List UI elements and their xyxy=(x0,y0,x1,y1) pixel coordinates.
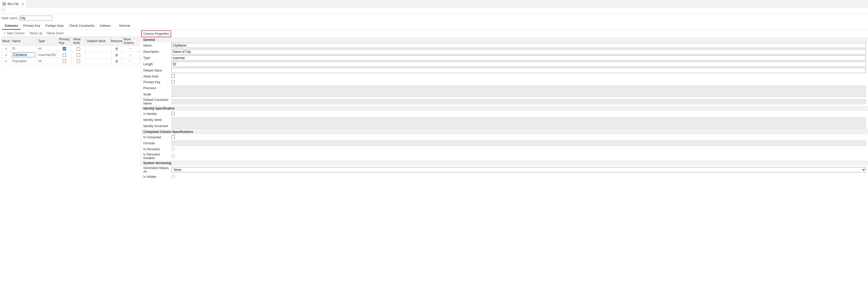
drag-handle-icon[interactable]: ≡ xyxy=(5,47,7,51)
cell-name[interactable]: ID xyxy=(12,47,16,51)
svg-rect-0 xyxy=(3,2,6,5)
table-name-row: Table name xyxy=(0,14,868,22)
cell-default[interactable] xyxy=(86,58,112,64)
lbl-is-identity: Is Identity xyxy=(143,112,172,116)
chevron-up-icon: ˄ xyxy=(28,31,29,35)
table-row[interactable]: ≡ Population int 🗑 ⋯ xyxy=(2,58,139,64)
col-primary-key: Primary Key xyxy=(58,37,71,45)
table-icon xyxy=(3,2,6,5)
prop-generated-always-as-select[interactable]: None xyxy=(172,167,866,172)
column-properties-panel: Column Properties General Name Descripti… xyxy=(141,30,868,180)
tab-foreign-keys[interactable]: Foreign Keys xyxy=(43,22,67,30)
close-icon[interactable]: × xyxy=(22,2,24,6)
table-row[interactable]: ≡ ID int 🗑 ⋯ xyxy=(2,46,139,52)
section-identity: Identity Specification xyxy=(141,106,868,111)
plus-icon: ＋ xyxy=(3,31,6,35)
prop-formula-input xyxy=(172,141,866,146)
prop-type-input[interactable] xyxy=(172,55,866,61)
lbl-name: Name xyxy=(143,44,172,47)
lbl-length: Length xyxy=(143,62,172,66)
lbl-precision: Precision xyxy=(143,86,172,90)
prop-scale-input xyxy=(172,92,866,97)
chevron-down-icon: ˅ xyxy=(45,31,46,35)
lbl-formula: Formula xyxy=(143,141,172,145)
lbl-generated-always-as: Generated Always As xyxy=(143,166,172,173)
cell-type[interactable]: nvarchar(50) xyxy=(38,53,56,57)
prop-default-value-input[interactable] xyxy=(172,68,866,73)
lbl-allow-nulls: Allow Nulls xyxy=(143,75,172,78)
svg-rect-5 xyxy=(2,9,5,12)
nulls-checkbox[interactable] xyxy=(77,53,80,57)
lbl-identity-seed: Identity Seed xyxy=(143,118,172,122)
prop-default-constraint-input xyxy=(172,99,866,104)
move-down-button[interactable]: ˅ Move Down xyxy=(45,31,64,35)
nulls-checkbox[interactable] xyxy=(77,47,80,51)
prop-is-hidden-checkbox xyxy=(172,175,175,178)
nulls-checkbox[interactable] xyxy=(77,60,80,63)
prop-primary-key-checkbox[interactable] xyxy=(172,80,175,84)
pk-checkbox[interactable] xyxy=(63,47,66,51)
drag-handle-icon[interactable]: ≡ xyxy=(5,60,7,63)
more-icon[interactable]: ⋯ xyxy=(129,53,132,57)
pk-checkbox[interactable] xyxy=(63,53,66,57)
lbl-is-computed: Is Computed xyxy=(143,135,172,139)
prop-description-input[interactable] xyxy=(172,49,866,54)
drag-handle-icon[interactable]: ≡ xyxy=(5,53,7,57)
col-allow-nulls: Allow Nulls xyxy=(71,37,86,45)
section-general: General xyxy=(141,37,868,42)
prop-is-identity-checkbox[interactable] xyxy=(172,112,175,115)
cell-type[interactable]: int xyxy=(38,47,42,51)
table-name-label: Table name xyxy=(1,16,17,20)
more-icon[interactable]: ⋯ xyxy=(129,59,132,63)
grid-header: Move Name Type Primary Key Allow Nulls D… xyxy=(2,37,139,46)
prop-is-computed-checkbox[interactable] xyxy=(172,135,175,139)
prop-allow-nulls-checkbox[interactable] xyxy=(172,74,175,78)
lbl-default-constraint-name: Default Constraint Name xyxy=(143,98,172,105)
cell-default[interactable] xyxy=(86,46,112,52)
lbl-default-value: Default Value xyxy=(143,69,172,72)
lbl-type: Type xyxy=(143,56,172,60)
prop-is-persisted-checkbox xyxy=(172,147,175,151)
new-column-button[interactable]: ＋ New Column xyxy=(3,31,25,35)
columns-grid: Move Name Type Primary Key Allow Nulls D… xyxy=(2,36,140,64)
prop-identity-increment-input xyxy=(172,124,866,129)
lbl-is-hidden: Is Hidden xyxy=(143,175,172,178)
trash-icon[interactable]: 🗑 xyxy=(115,47,118,51)
prop-is-persisted-nullable-checkbox xyxy=(172,154,175,158)
panel-title: Column Properties xyxy=(141,30,171,37)
save-disabled-icon xyxy=(2,8,5,13)
cell-name[interactable]: Population xyxy=(12,59,27,63)
cell-default[interactable] xyxy=(86,52,112,58)
lbl-identity-increment: Identity Increment xyxy=(143,124,172,128)
design-tabs: Columns Primary Key Foreign Keys Check C… xyxy=(0,22,868,30)
tab-bar: dbo.City × xyxy=(0,0,868,8)
tab-columns[interactable]: Columns xyxy=(2,22,21,30)
move-up-button[interactable]: ˄ Move Up xyxy=(28,31,42,35)
section-computed: Computed Column Specifications xyxy=(141,129,868,134)
tab-dbo-city[interactable]: dbo.City × xyxy=(0,0,27,7)
prop-name-input[interactable] xyxy=(172,43,866,48)
prop-precision-input xyxy=(172,86,866,91)
table-name-input[interactable] xyxy=(19,15,53,21)
cell-type[interactable]: int xyxy=(38,59,42,63)
svg-rect-6 xyxy=(3,9,4,10)
trash-icon[interactable]: 🗑 xyxy=(115,53,118,57)
col-default-value: Default Value xyxy=(86,37,112,45)
table-row[interactable]: ≡ nvarchar(50) 🗑 ⋯ xyxy=(2,52,139,58)
pk-checkbox[interactable] xyxy=(63,60,66,63)
tab-indexes[interactable]: Indexes xyxy=(97,22,113,30)
lbl-is-persisted: Is Persisted xyxy=(143,147,172,151)
more-icon[interactable]: ⋯ xyxy=(129,47,132,51)
tab-primary-key[interactable]: Primary Key xyxy=(21,22,43,30)
lbl-scale: Scale xyxy=(143,93,172,96)
col-move: Move xyxy=(2,37,11,45)
cell-name-input[interactable] xyxy=(12,53,35,57)
grid-actions: ＋ New Column ˄ Move Up ˅ Move Down xyxy=(2,30,140,36)
tab-check-constraints[interactable]: Check Constraints xyxy=(66,22,97,30)
col-more-actions: More Actions xyxy=(122,37,139,45)
prop-length-input[interactable] xyxy=(172,62,866,67)
col-remove: Remove xyxy=(112,37,122,45)
lbl-is-persisted-nullable: Is Persisted Nullable xyxy=(143,153,172,160)
tab-general[interactable]: General xyxy=(116,22,133,30)
trash-icon[interactable]: 🗑 xyxy=(115,59,118,63)
